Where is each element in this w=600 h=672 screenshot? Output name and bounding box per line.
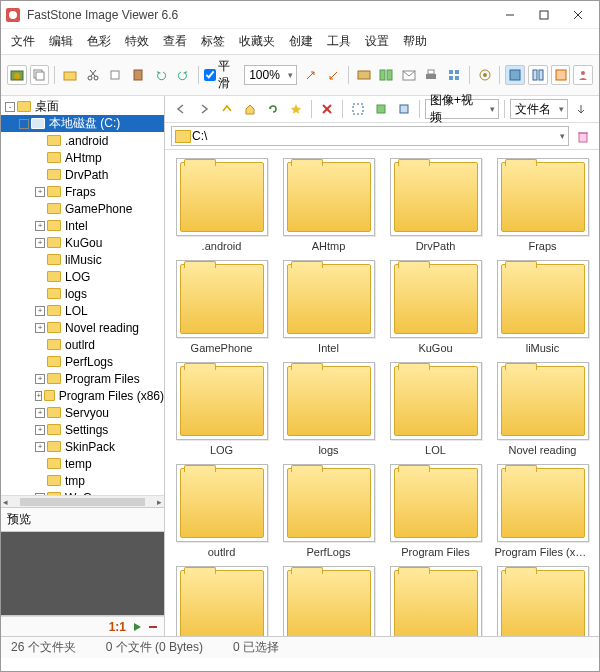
view-full-icon[interactable] — [551, 65, 571, 85]
copy-icon[interactable] — [30, 65, 50, 85]
menu-item[interactable]: 特效 — [121, 31, 153, 52]
nav-forward-icon[interactable] — [194, 99, 214, 119]
tree-node[interactable]: +Settings — [1, 421, 164, 438]
tree-node[interactable]: liMusic — [1, 251, 164, 268]
thumbnail-item[interactable]: Settings — [276, 564, 381, 636]
tree-node[interactable]: -本地磁盘 (C:) — [1, 115, 164, 132]
refresh-icon[interactable] — [263, 99, 283, 119]
tree-node[interactable]: +Fraps — [1, 183, 164, 200]
path-combo[interactable]: C:\ — [171, 126, 569, 146]
acquire-icon[interactable] — [7, 65, 27, 85]
tree-node[interactable]: outlrd — [1, 336, 164, 353]
select-icon[interactable] — [348, 99, 368, 119]
expander-icon[interactable]: + — [35, 238, 45, 248]
compare-icon[interactable] — [376, 65, 396, 85]
thumbnail-item[interactable]: LOG — [169, 360, 274, 458]
tree-node[interactable]: -桌面 — [1, 98, 164, 115]
view-thumb-icon[interactable] — [505, 65, 525, 85]
thumbnail-item[interactable]: Fraps — [490, 156, 595, 254]
sort-dir-icon[interactable] — [571, 99, 591, 119]
folder-tree[interactable]: -桌面-本地磁盘 (C:).androidAHtmpDrvPath+FrapsG… — [1, 96, 164, 495]
filter-combo[interactable]: 图像+视频 — [425, 99, 499, 119]
delete-icon[interactable] — [317, 99, 337, 119]
info-icon[interactable] — [394, 99, 414, 119]
settings-icon[interactable] — [475, 65, 495, 85]
menu-item[interactable]: 收藏夹 — [235, 31, 279, 52]
tree-node[interactable]: temp — [1, 455, 164, 472]
thumbnail-item[interactable]: outlrd — [169, 462, 274, 560]
tree-node[interactable]: tmp — [1, 472, 164, 489]
expander-icon[interactable]: + — [35, 323, 45, 333]
folder-icon[interactable] — [60, 65, 80, 85]
play-icon[interactable] — [132, 622, 142, 632]
minus-icon[interactable] — [148, 622, 158, 632]
smooth-checkbox[interactable]: 平滑 — [204, 58, 241, 92]
expander-icon[interactable]: - — [5, 102, 15, 112]
tree-node[interactable]: LOG — [1, 268, 164, 285]
thumbnail-item[interactable]: Novel reading — [490, 360, 595, 458]
menu-item[interactable]: 查看 — [159, 31, 191, 52]
thumbnail-item[interactable]: Program Files (x86) — [490, 462, 595, 560]
tree-node[interactable]: +LOL — [1, 302, 164, 319]
tree-node[interactable]: logs — [1, 285, 164, 302]
trash-icon[interactable] — [573, 126, 593, 146]
print-icon[interactable] — [422, 65, 442, 85]
expander-icon[interactable]: + — [35, 391, 42, 401]
nav-home-icon[interactable] — [240, 99, 260, 119]
tree-node[interactable]: +SkinPack — [1, 438, 164, 455]
tree-node[interactable]: +Novel reading — [1, 319, 164, 336]
thumbnail-item[interactable]: GamePhone — [169, 258, 274, 356]
email-icon[interactable] — [399, 65, 419, 85]
tree-node[interactable]: DrvPath — [1, 166, 164, 183]
thumbnail-grid[interactable]: .androidAHtmpDrvPathFrapsGamePhoneIntelK… — [165, 150, 599, 636]
minimize-button[interactable] — [493, 5, 527, 25]
zoom-combo[interactable]: 100% — [244, 65, 297, 85]
expander-icon[interactable]: + — [35, 442, 45, 452]
view-dual-icon[interactable] — [528, 65, 548, 85]
expander-icon[interactable]: + — [35, 425, 45, 435]
tree-node[interactable]: AHtmp — [1, 149, 164, 166]
menu-item[interactable]: 设置 — [361, 31, 393, 52]
expander-icon[interactable]: + — [35, 306, 45, 316]
tag-icon[interactable] — [371, 99, 391, 119]
tree-hscroll[interactable]: ◂ ▸ — [1, 495, 164, 507]
favorite-icon[interactable] — [286, 99, 306, 119]
tree-node[interactable]: .android — [1, 132, 164, 149]
thumbnail-item[interactable]: KuGou — [383, 258, 488, 356]
tree-node[interactable]: +Program Files — [1, 370, 164, 387]
thumbnail-item[interactable]: .android — [169, 156, 274, 254]
scroll-right-icon[interactable]: ▸ — [155, 497, 164, 507]
sort-combo[interactable]: 文件名 — [510, 99, 568, 119]
thumbnail-item[interactable]: DrvPath — [383, 156, 488, 254]
menu-item[interactable]: 文件 — [7, 31, 39, 52]
thumbnail-item[interactable]: logs — [276, 360, 381, 458]
expander-icon[interactable]: - — [19, 119, 29, 129]
thumbnail-item[interactable]: Servyou — [169, 564, 274, 636]
tree-node[interactable]: PerfLogs — [1, 353, 164, 370]
redo-icon[interactable] — [173, 65, 193, 85]
thumbnail-item[interactable]: Program Files — [383, 462, 488, 560]
zoom-out-icon[interactable] — [300, 65, 320, 85]
tree-node[interactable]: GamePhone — [1, 200, 164, 217]
menu-item[interactable]: 工具 — [323, 31, 355, 52]
menu-item[interactable]: 创建 — [285, 31, 317, 52]
slideshow-icon[interactable] — [354, 65, 374, 85]
thumbnail-item[interactable]: temp — [490, 564, 595, 636]
thumb-size-icon[interactable] — [444, 65, 464, 85]
nav-back-icon[interactable] — [171, 99, 191, 119]
thumbnail-item[interactable]: AHtmp — [276, 156, 381, 254]
menu-item[interactable]: 编辑 — [45, 31, 77, 52]
undo-icon[interactable] — [151, 65, 171, 85]
close-button[interactable] — [561, 5, 595, 25]
scroll-left-icon[interactable]: ◂ — [1, 497, 10, 507]
expander-icon[interactable]: + — [35, 221, 45, 231]
cut-icon[interactable] — [83, 65, 103, 85]
thumbnail-item[interactable]: liMusic — [490, 258, 595, 356]
zoom-in-icon[interactable] — [323, 65, 343, 85]
thumbnail-item[interactable]: SkinPack — [383, 564, 488, 636]
thumbnail-item[interactable]: PerfLogs — [276, 462, 381, 560]
tree-node[interactable]: +Servyou — [1, 404, 164, 421]
view-people-icon[interactable] — [573, 65, 593, 85]
expander-icon[interactable]: + — [35, 408, 45, 418]
tree-node[interactable]: +Intel — [1, 217, 164, 234]
